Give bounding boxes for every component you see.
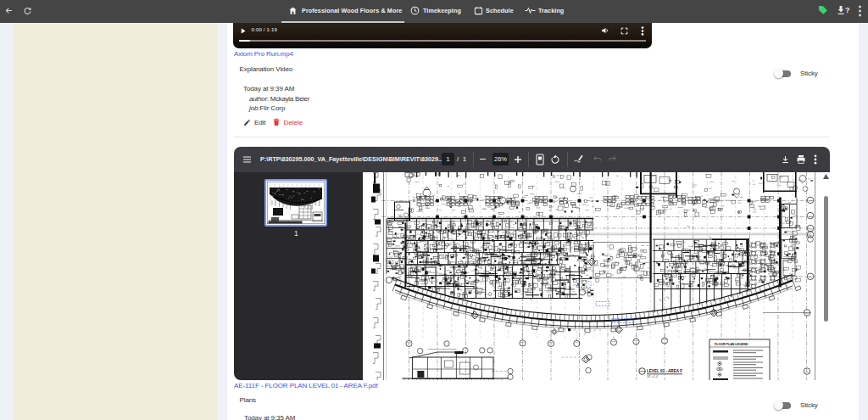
svg-text:1/8" = 1'-0": 1/8" = 1'-0" (647, 375, 659, 378)
svg-text:FLOOR PLAN LEGEND: FLOOR PLAN LEGEND (715, 342, 748, 345)
svg-text:LEVEL 01 - AREA F: LEVEL 01 - AREA F (647, 369, 682, 373)
